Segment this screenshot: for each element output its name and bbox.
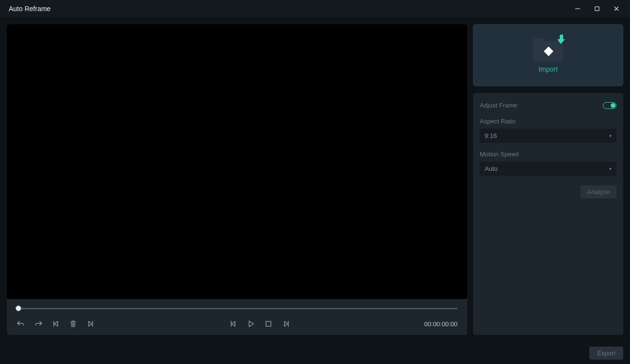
adjust-frame-row: Adjust Frame [480,102,616,109]
aspect-ratio-value: 9:16 [485,132,497,139]
download-arrow-icon [555,33,566,45]
minimize-icon [574,5,581,12]
toggle-knob [611,103,615,108]
timeline-track [16,308,457,309]
window-title: Auto Reframe [9,5,50,13]
settings-panel: Adjust Frame Aspect Ratio 9:16 ▾ Motion … [473,93,623,335]
redo-icon [34,320,42,328]
close-button[interactable] [607,1,626,16]
export-button[interactable]: Export [589,347,623,360]
analyze-row: Analyze [480,185,616,198]
adjust-frame-label: Adjust Frame [480,102,517,109]
timeline[interactable] [16,305,457,312]
motion-speed-select[interactable]: Auto ▾ [480,162,616,176]
jump-start-button[interactable] [51,319,60,328]
step-forward-icon [282,320,290,328]
trash-icon [69,320,77,328]
analyze-button[interactable]: Analyze [581,185,616,198]
jump-end-button[interactable] [86,319,95,328]
timecode: 00:00:00:00 [424,320,457,328]
main-area: 00:00:00:00 Import Adjust Frame [0,17,630,342]
svg-rect-1 [595,7,599,11]
preview-column: 00:00:00:00 [7,24,467,335]
skip-start-icon [52,320,60,328]
controls-row: 00:00:00:00 [16,319,457,328]
svg-rect-4 [266,321,271,326]
undo-icon [17,320,25,328]
import-label: Import [538,65,558,73]
step-back-icon [230,320,237,328]
play-icon [247,320,255,328]
import-button[interactable]: Import [473,24,623,86]
close-icon [613,5,620,12]
delete-button[interactable] [69,319,78,328]
step-forward-button[interactable] [282,319,290,328]
stop-icon [265,320,272,328]
video-preview[interactable] [7,24,467,299]
skip-end-icon [87,320,94,328]
aspect-ratio-select[interactable]: 9:16 ▾ [480,129,616,143]
sidebar: Import Adjust Frame Aspect Ratio 9:16 ▾ … [473,24,623,335]
titlebar: Auto Reframe [0,0,630,17]
playback-panel: 00:00:00:00 [7,299,467,335]
maximize-icon [594,5,600,12]
logo-diamond-icon [544,46,553,56]
window-controls [568,1,626,16]
play-button[interactable] [247,319,255,328]
undo-button[interactable] [16,319,25,328]
adjust-frame-toggle[interactable] [603,102,616,109]
playhead[interactable] [16,305,21,311]
step-back-button[interactable] [229,319,238,328]
stop-button[interactable] [264,319,273,328]
edit-controls [16,319,95,328]
motion-speed-label: Motion Speed [480,151,616,158]
maximize-button[interactable] [587,1,607,16]
chevron-down-icon: ▾ [609,166,612,171]
minimize-button[interactable] [568,1,587,16]
redo-button[interactable] [34,319,43,328]
import-icon [533,37,563,61]
footer: Export [0,342,630,364]
chevron-down-icon: ▾ [609,133,612,138]
motion-speed-value: Auto [485,165,498,172]
aspect-ratio-label: Aspect Ratio [480,118,616,125]
playback-controls [229,319,290,328]
